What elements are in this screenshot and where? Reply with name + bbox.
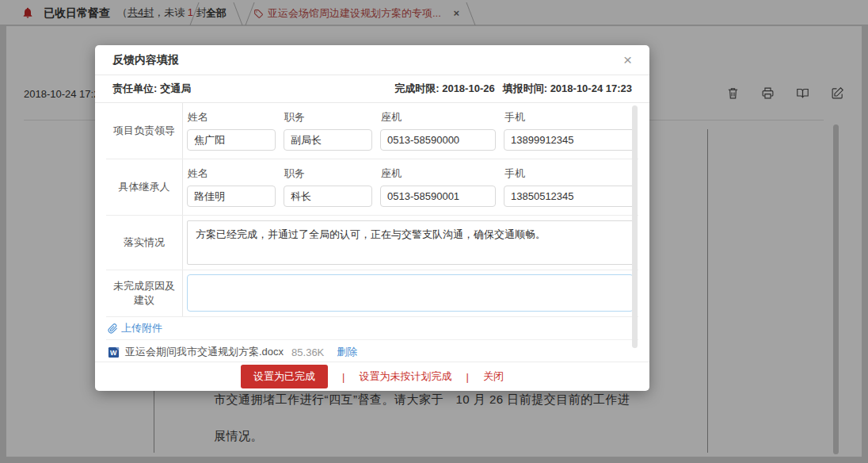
field-header: 姓名 [187, 166, 276, 181]
uncompleted-reason-textarea[interactable] [187, 274, 634, 312]
upload-attachment-link[interactable]: 上传附件 [108, 321, 162, 335]
dialog-scrollbar[interactable] [632, 105, 638, 348]
svg-text:W: W [110, 349, 117, 357]
row-label: 具体继承人 [106, 159, 183, 215]
field-mobile: 手机 [504, 110, 635, 151]
person-fields: 姓名 职务 座机 手机 [187, 110, 638, 151]
set-completed-button[interactable]: 设置为已完成 [241, 365, 328, 388]
word-doc-icon: W [108, 346, 120, 358]
footer-separator: | [466, 371, 469, 383]
field-position: 职务 [284, 110, 372, 151]
form-row-implementation: 落实情况 方案已经完成，并通过了全局的认可，正在与交警支队沟通，确保交通顺畅。 [106, 216, 638, 270]
set-not-completed-button[interactable]: 设置为未按计划完成 [360, 369, 452, 384]
form-row-leader: 项目负责领导 姓名 职务 座机 手机 [106, 103, 638, 159]
field-position: 职务 [284, 166, 372, 207]
feedback-fill-dialog: 反馈内容填报 × 责任单位:交通局 完成时限: 2018-10-26填报时间: … [95, 45, 649, 391]
dialog-footer: 设置为已完成 | 设置为未按计划完成 | 关闭 [95, 362, 649, 391]
attachment-item: W 亚运会期间我市交通规划方案.docx 85.36K 删除 [106, 340, 638, 362]
leader-position-input[interactable] [284, 129, 372, 151]
form-row-successor: 具体继承人 姓名 职务 座机 手机 [106, 159, 638, 216]
leader-landline-input[interactable] [380, 129, 496, 151]
row-label: 落实情况 [106, 216, 183, 270]
attachment-filename: 亚运会期间我市交通规划方案.docx [125, 345, 284, 359]
field-header: 手机 [504, 166, 635, 181]
row-fields [183, 270, 638, 316]
close-icon[interactable]: × [623, 52, 632, 67]
field-header: 姓名 [187, 110, 276, 124]
attachment-delete-link[interactable]: 删除 [337, 345, 357, 359]
person-fields: 姓名 职务 座机 手机 [187, 166, 638, 207]
dialog-info-row: 责任单位:交通局 完成时限: 2018-10-26填报时间: 2018-10-2… [95, 75, 649, 103]
row-label: 未完成原因及建议 [106, 270, 183, 316]
row-fields: 姓名 职务 座机 手机 [183, 103, 638, 159]
row-fields: 姓名 职务 座机 手机 [183, 159, 638, 215]
responsible-unit: 责任单位:交通局 [112, 82, 191, 96]
unit-value: 交通局 [160, 82, 191, 94]
footer-separator: | [342, 371, 345, 383]
field-landline: 座机 [380, 166, 496, 207]
successor-landline-input[interactable] [380, 186, 496, 207]
field-header: 职务 [284, 166, 372, 181]
leader-name-input[interactable] [187, 129, 276, 151]
field-landline: 座机 [380, 110, 496, 151]
field-name: 姓名 [187, 110, 276, 151]
field-header: 手机 [504, 110, 635, 124]
filled-label: 填报时间: [503, 82, 547, 94]
implementation-textarea[interactable]: 方案已经完成，并通过了全局的认可，正在与交警支队沟通，确保交通顺畅。 [187, 220, 634, 265]
form-row-uncompleted-reason: 未完成原因及建议 [106, 270, 638, 317]
field-header: 座机 [380, 166, 496, 181]
deadline-value: 2018-10-26 [442, 82, 495, 94]
attachment-size: 85.36K [291, 346, 324, 358]
dialog-header: 反馈内容填报 × [95, 45, 649, 75]
upload-label: 上传附件 [121, 321, 162, 335]
upload-row: 上传附件 [106, 317, 638, 340]
field-mobile: 手机 [504, 166, 635, 207]
unit-label: 责任单位: [112, 82, 157, 94]
dialog-title: 反馈内容填报 [112, 53, 179, 67]
dialog-body: 项目负责领导 姓名 职务 座机 手机 具体继承人 姓名 职务 座机 手机 [95, 103, 649, 362]
row-label: 项目负责领导 [106, 103, 183, 159]
field-header: 职务 [284, 110, 372, 124]
field-header: 座机 [380, 110, 496, 124]
deadline-label: 完成时限: [394, 82, 439, 94]
close-button[interactable]: 关闭 [483, 369, 504, 384]
successor-mobile-input[interactable] [504, 186, 635, 207]
leader-mobile-input[interactable] [504, 129, 635, 151]
successor-position-input[interactable] [284, 186, 372, 207]
filled-value: 2018-10-24 17:23 [550, 82, 632, 94]
row-fields: 方案已经完成，并通过了全局的认可，正在与交警支队沟通，确保交通顺畅。 [183, 216, 638, 270]
field-name: 姓名 [187, 166, 276, 207]
paperclip-icon [108, 323, 118, 334]
successor-name-input[interactable] [187, 186, 276, 207]
time-info: 完成时限: 2018-10-26填报时间: 2018-10-24 17:23 [386, 82, 632, 96]
